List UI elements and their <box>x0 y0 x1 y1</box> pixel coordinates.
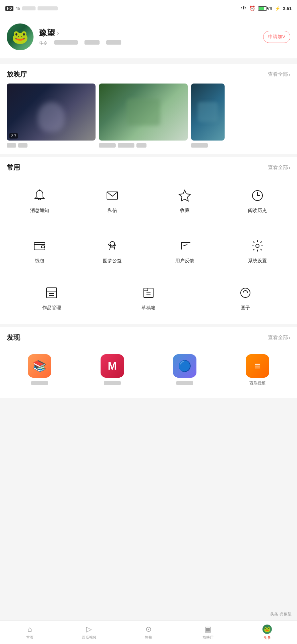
video-item-3[interactable] <box>191 84 225 148</box>
tool-works[interactable]: 作品管理 <box>3 277 100 318</box>
fangying-title: 放映厅 <box>7 70 27 79</box>
eye-icon: 👁 <box>241 5 246 11</box>
faxian-chevron-icon: › <box>289 335 290 340</box>
video-bg-2 <box>99 84 188 141</box>
stat-value-3 <box>106 40 121 45</box>
nav-xigua-label: 西瓜视频 <box>82 635 97 640</box>
app-label-1 <box>31 380 48 385</box>
tool-circle-label: 圈子 <box>241 305 250 311</box>
changyong-view-all-text: 查看全部 <box>268 164 288 171</box>
app-label-blur-2 <box>104 381 121 385</box>
settings-icon <box>249 237 266 255</box>
svg-point-9 <box>256 244 259 248</box>
app-label-xigua: 西瓜视频 <box>249 380 265 386</box>
wallet-icon <box>31 237 48 255</box>
charging-icon: ⚡ <box>275 6 280 11</box>
faxian-header: 发现 查看全部 › <box>0 327 297 347</box>
tool-message[interactable]: 私信 <box>76 180 149 220</box>
changyong-view-all[interactable]: 查看全部 › <box>268 164 290 171</box>
play-icon: ▷ <box>86 625 92 634</box>
avatar[interactable]: 🐸 <box>7 23 34 50</box>
fangying-section: 放映厅 查看全部 › 2 7 <box>0 64 297 154</box>
carrier-bar2 <box>38 6 58 10</box>
tool-feedback-label: 用户反馈 <box>175 258 194 264</box>
status-bar: HD 46 👁 ⏰ 79 ⚡ 3:51 <box>0 0 297 17</box>
faxian-section: 发现 查看全部 › 📚 M 🔵 <box>0 327 297 398</box>
video-label-1a <box>7 143 16 148</box>
video-label-2b <box>118 143 134 148</box>
tool-circle[interactable]: 圈子 <box>197 277 294 318</box>
video-duration-1: 2 7 <box>9 133 18 139</box>
status-left: HD 46 <box>5 6 58 11</box>
bottom-nav: ⌂ 首页 ▷ 西瓜视频 ⊙ 热榜 ▣ 放映厅 🐸 头条 <box>0 621 297 644</box>
discover-apps-grid: 📚 M 🔵 ≡ <box>0 347 297 398</box>
tool-notification-label: 消息通知 <box>30 208 49 214</box>
nav-home[interactable]: ⌂ 首页 <box>0 622 59 643</box>
tool-settings-label: 系统设置 <box>248 258 267 264</box>
nav-home-label: 首页 <box>26 635 34 640</box>
tool-history-label: 阅读历史 <box>248 208 267 214</box>
nav-xigua[interactable]: ▷ 西瓜视频 <box>59 622 119 643</box>
tool-draft[interactable]: 草稿箱 <box>100 277 197 318</box>
nav-fangying-label: 放映厅 <box>202 635 214 640</box>
battery-container: 79 <box>258 6 272 11</box>
feedback-icon <box>176 237 193 255</box>
profile-section: 🐸 豫望 › 斗令 申请加V <box>0 17 297 61</box>
battery-fill <box>259 7 264 10</box>
tool-wallet[interactable]: 钱包 <box>3 230 76 271</box>
battery-percent: 79 <box>268 6 272 11</box>
changyong-chevron-icon: › <box>289 165 290 170</box>
video-bg-3 <box>191 84 225 141</box>
profile-name-row[interactable]: 豫望 › <box>39 28 121 38</box>
stat-value-1 <box>54 40 78 45</box>
nav-hot[interactable]: ⊙ 热榜 <box>119 622 178 643</box>
nav-avatar: 🐸 <box>262 625 272 634</box>
works-icon <box>43 284 60 302</box>
circle-icon <box>237 284 254 302</box>
app-label-2 <box>104 380 121 385</box>
nav-profile-label-text: 头条 <box>263 636 271 640</box>
faxian-view-all[interactable]: 查看全部 › <box>268 334 290 341</box>
svg-line-8 <box>183 245 187 246</box>
mail-icon <box>104 187 121 204</box>
battery-icon <box>258 6 267 11</box>
app-item-2[interactable]: M <box>76 350 149 390</box>
stat-value-2 <box>84 40 100 45</box>
faxian-title: 发现 <box>7 333 20 342</box>
tools-row-3: 作品管理 草稿箱 圈子 <box>0 277 297 324</box>
tool-notification[interactable]: 消息通知 <box>3 180 76 220</box>
tool-wallet-label: 钱包 <box>35 258 44 264</box>
carrier-bar <box>22 6 36 10</box>
nav-profile[interactable]: 🐸 头条 <box>238 622 297 643</box>
changyong-section: 常用 查看全部 › 消息通知 <box>0 157 297 324</box>
video-label-1b <box>18 143 27 148</box>
tool-charity[interactable]: 圆梦公益 <box>76 230 149 271</box>
tool-settings[interactable]: 系统设置 <box>221 230 294 271</box>
tool-works-label: 作品管理 <box>42 305 61 311</box>
nav-fangying[interactable]: ▣ 放映厅 <box>178 622 238 643</box>
tool-feedback[interactable]: 用户反馈 <box>148 230 221 271</box>
video-item-2[interactable] <box>99 84 188 148</box>
app-label-blur-1 <box>31 381 48 385</box>
app-icon-2: M <box>101 354 124 378</box>
app-item-xigua[interactable]: ≡ 西瓜视频 <box>221 350 294 390</box>
video-item-1[interactable]: 2 7 <box>7 84 96 148</box>
video-thumb-3 <box>191 84 225 141</box>
star-icon <box>176 187 193 204</box>
chevron-right-icon: › <box>57 30 59 37</box>
fangying-view-all[interactable]: 查看全部 › <box>268 71 290 77</box>
faxian-view-all-text: 查看全部 <box>268 334 288 341</box>
app-item-3[interactable]: 🔵 <box>148 350 221 390</box>
svg-rect-10 <box>47 288 57 298</box>
tool-collect[interactable]: 收藏 <box>148 180 221 220</box>
profile-info: 豫望 › 斗令 <box>39 28 121 46</box>
video-label-2a <box>99 143 116 148</box>
apply-v-button[interactable]: 申请加V <box>263 31 290 43</box>
app-icon-4: ≡ <box>246 354 269 378</box>
tool-collect-label: 收藏 <box>180 208 189 214</box>
tool-history[interactable]: 阅读历史 <box>221 180 294 220</box>
charity-icon <box>104 237 121 255</box>
tools-row-2: 钱包 圆梦公益 用户反馈 <box>0 227 297 277</box>
app-item-1[interactable]: 📚 <box>3 350 76 390</box>
app-label-3 <box>176 380 193 385</box>
